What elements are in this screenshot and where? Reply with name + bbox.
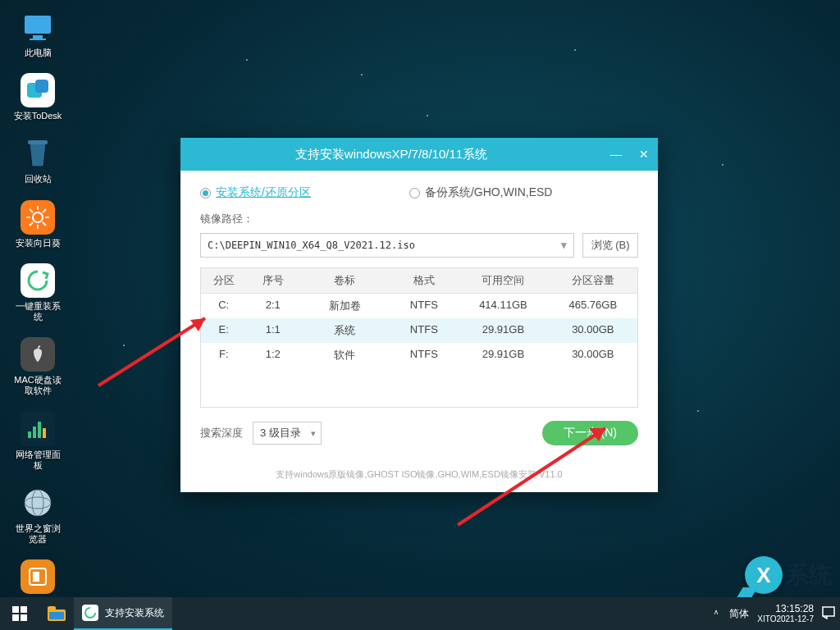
titlebar[interactable]: 支持安装windowsXP/7/8/10/11系统 — ✕ (180, 138, 658, 171)
diskgenius-icon (27, 566, 48, 587)
radio-backup[interactable]: 备份系统/GHO,WIN,ESD (409, 185, 553, 200)
start-button[interactable] (0, 597, 39, 630)
tray-ime[interactable]: 简体 (729, 607, 749, 621)
partition-table: 分区 序号 卷标 格式 可用空间 分区容量 C:2:1新加卷NTFS414.11… (200, 267, 638, 408)
icon-label: 网络管理面板 (13, 450, 62, 471)
svg-rect-4 (35, 80, 48, 93)
table-cell: 系统 (299, 318, 390, 343)
radio-dot-icon (409, 188, 420, 199)
svg-rect-33 (48, 606, 56, 611)
table-cell: C: (201, 294, 246, 318)
svg-line-14 (30, 222, 33, 226)
taskbar-installer[interactable]: 支持安装系统 (74, 597, 172, 630)
partition-table-body: C:2:1新加卷NTFS414.11GB465.76GBE:1:1系统NTFS2… (201, 294, 637, 407)
col-partition: 分区 (201, 268, 246, 293)
svg-line-12 (43, 222, 46, 226)
table-cell: 414.11GB (458, 294, 548, 318)
window-title: 支持安装windowsXP/7/8/10/11系统 (180, 147, 602, 162)
tray-chevron-icon[interactable]: ＾ (711, 607, 721, 621)
reinstall-icon (26, 269, 49, 292)
system-tray: ＾ 简体 13:15:28 XITO2021-12-7 (711, 604, 840, 623)
table-cell: 新加卷 (299, 294, 390, 318)
image-path-label: 镜像路径： (200, 212, 638, 226)
svg-rect-2 (30, 39, 46, 40)
search-depth-label: 搜索深度 (200, 426, 243, 441)
next-button[interactable]: 下一步 (N) (542, 421, 638, 445)
table-cell: 1:2 (246, 343, 299, 368)
taskbar: 支持安装系统 ＾ 简体 13:15:28 XITO2021-12-7 (0, 597, 840, 630)
icon-label: 世界之窗浏览器 (13, 523, 62, 545)
close-button[interactable]: ✕ (630, 138, 658, 171)
table-cell: NTFS (390, 343, 458, 368)
col-sequence: 序号 (246, 268, 299, 293)
minimize-button[interactable]: — (602, 138, 630, 171)
svg-line-13 (43, 209, 46, 212)
svg-rect-17 (38, 422, 41, 438)
svg-rect-18 (43, 428, 46, 438)
image-path-value: C:\DEEPIN_WIN10_X64_Q8_V2021.12.iso (208, 240, 415, 251)
monitor-icon (21, 12, 54, 42)
folder-icon (48, 606, 66, 621)
table-cell: 465.76GB (549, 294, 637, 318)
svg-rect-5 (28, 140, 48, 144)
table-cell: 29.91GB (458, 318, 548, 343)
recycle-bin-icon (23, 137, 52, 170)
icon-label: 安装向日葵 (16, 238, 61, 249)
browse-button[interactable]: 浏览 (B) (582, 233, 638, 258)
radio-dot-icon (200, 188, 211, 199)
icon-this-pc[interactable]: 此电脑 (13, 10, 62, 58)
icon-network-panel[interactable]: 网络管理面板 (13, 412, 62, 471)
svg-rect-0 (25, 16, 51, 34)
reinstall-icon (84, 607, 96, 619)
tray-date: XITO2021-12-7 (757, 614, 814, 623)
col-volume: 卷标 (299, 268, 390, 293)
table-row[interactable]: E:1:1系统NTFS29.91GB30.00GB (201, 318, 637, 343)
radio-install-restore[interactable]: 安装系统/还原分区 (200, 185, 311, 200)
icon-theworld-browser[interactable]: 世界之窗浏览器 (13, 486, 62, 545)
svg-point-19 (25, 490, 51, 516)
svg-line-11 (30, 209, 33, 212)
table-row[interactable]: F:1:2软件NTFS29.91GB30.00GB (201, 343, 637, 368)
svg-point-6 (33, 212, 43, 222)
svg-rect-30 (12, 614, 19, 621)
tray-clock[interactable]: 13:15:28 XITO2021-12-7 (757, 604, 814, 623)
image-path-dropdown[interactable]: C:\DEEPIN_WIN10_X64_Q8_V2021.12.iso ▼ (200, 233, 574, 258)
svg-rect-23 (33, 572, 39, 582)
taskbar-task-label: 支持安装系统 (105, 606, 164, 620)
tray-time: 13:15:28 (757, 604, 814, 614)
network-panel-icon (25, 417, 50, 441)
table-cell: F: (201, 343, 246, 368)
windows-icon (12, 606, 27, 621)
col-format: 格式 (390, 268, 458, 293)
table-row[interactable]: C:2:1新加卷NTFS414.11GB465.76GB (201, 294, 637, 318)
icon-install-sunflower[interactable]: 安装向日葵 (13, 200, 62, 249)
icon-one-key-reinstall[interactable]: 一键重装系统 (13, 263, 62, 322)
table-cell: 30.00GB (549, 343, 637, 368)
taskbar-explorer[interactable] (39, 597, 74, 630)
icon-label: 此电脑 (25, 48, 52, 58)
table-cell: 软件 (299, 343, 390, 368)
watermark: X 系统 (745, 556, 832, 594)
svg-rect-34 (49, 612, 64, 619)
svg-rect-35 (823, 607, 834, 616)
svg-rect-28 (12, 606, 19, 613)
icon-label: 一键重装系统 (13, 301, 62, 322)
partition-table-header: 分区 序号 卷标 格式 可用空间 分区容量 (201, 268, 637, 294)
table-cell: 2:1 (246, 294, 299, 318)
table-cell: 29.91GB (458, 343, 548, 368)
sunflower-icon (26, 206, 49, 229)
table-cell: NTFS (390, 294, 458, 318)
installer-window: 支持安装windowsXP/7/8/10/11系统 — ✕ 安装系统/还原分区 … (180, 138, 658, 492)
svg-rect-16 (33, 427, 36, 438)
icon-recycle-bin[interactable]: 回收站 (13, 136, 62, 185)
tray-notifications-icon[interactable] (822, 606, 835, 622)
table-cell: E: (201, 318, 246, 343)
icon-install-todesk[interactable]: 安装ToDesk (13, 73, 62, 121)
search-depth-select[interactable]: 3 级目录 (253, 422, 322, 445)
icon-mac-disk-reader[interactable]: MAC硬盘读取软件 (13, 337, 62, 396)
table-cell: 1:1 (246, 318, 299, 343)
svg-rect-1 (33, 35, 43, 39)
svg-rect-29 (21, 606, 27, 613)
col-capacity: 分区容量 (549, 268, 637, 293)
svg-rect-31 (21, 614, 27, 621)
